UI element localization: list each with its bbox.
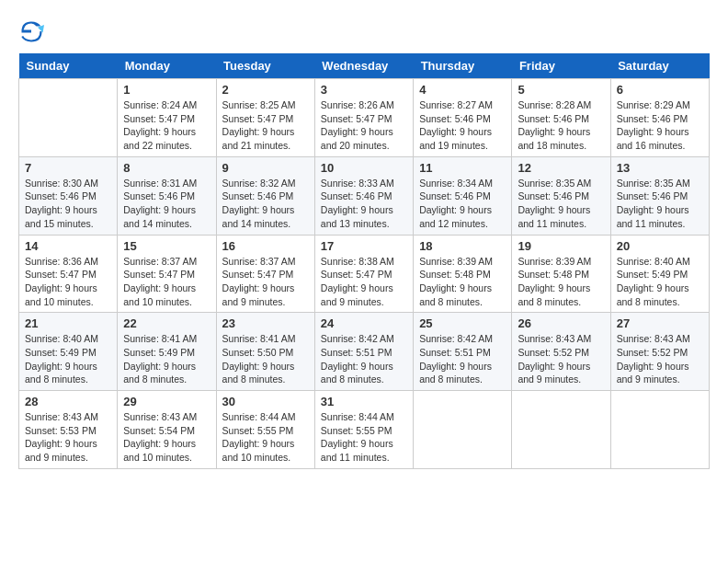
day-info: Sunrise: 8:36 AM Sunset: 5:47 PM Dayligh…	[25, 255, 111, 309]
day-number: 6	[617, 83, 703, 97]
day-number: 16	[222, 239, 309, 253]
day-info: Sunrise: 8:37 AM Sunset: 5:47 PM Dayligh…	[123, 255, 210, 309]
day-number: 12	[518, 161, 604, 175]
logo-icon	[18, 18, 44, 44]
calendar-week-row: 14Sunrise: 8:36 AM Sunset: 5:47 PM Dayli…	[19, 235, 710, 313]
day-number: 25	[419, 316, 506, 330]
calendar-day-header: Tuesday	[216, 53, 314, 79]
calendar-day-header: Sunday	[19, 53, 118, 79]
calendar-cell	[19, 79, 118, 157]
day-info: Sunrise: 8:25 AM Sunset: 5:47 PM Dayligh…	[222, 98, 309, 153]
day-number: 21	[25, 316, 111, 330]
day-number: 14	[25, 239, 111, 253]
day-info: Sunrise: 8:43 AM Sunset: 5:54 PM Dayligh…	[123, 410, 210, 465]
day-number: 7	[25, 161, 111, 175]
day-number: 28	[25, 395, 111, 408]
day-info: Sunrise: 8:35 AM Sunset: 5:46 PM Dayligh…	[518, 177, 604, 231]
day-info: Sunrise: 8:38 AM Sunset: 5:47 PM Dayligh…	[321, 255, 407, 309]
calendar-cell: 9Sunrise: 8:32 AM Sunset: 5:46 PM Daylig…	[216, 156, 314, 235]
calendar-cell: 6Sunrise: 8:29 AM Sunset: 5:46 PM Daylig…	[610, 79, 709, 157]
calendar-cell: 15Sunrise: 8:37 AM Sunset: 5:47 PM Dayli…	[118, 235, 216, 313]
day-number: 17	[321, 239, 407, 253]
calendar-cell: 20Sunrise: 8:40 AM Sunset: 5:49 PM Dayli…	[610, 235, 709, 313]
day-info: Sunrise: 8:43 AM Sunset: 5:52 PM Dayligh…	[518, 332, 604, 386]
calendar-week-row: 7Sunrise: 8:30 AM Sunset: 5:46 PM Daylig…	[19, 156, 710, 235]
day-number: 27	[617, 316, 703, 330]
calendar-day-header: Monday	[118, 53, 216, 79]
calendar-cell: 17Sunrise: 8:38 AM Sunset: 5:47 PM Dayli…	[314, 235, 413, 313]
day-info: Sunrise: 8:43 AM Sunset: 5:52 PM Dayligh…	[617, 332, 703, 386]
day-info: Sunrise: 8:35 AM Sunset: 5:46 PM Dayligh…	[617, 177, 703, 231]
calendar-cell: 19Sunrise: 8:39 AM Sunset: 5:48 PM Dayli…	[512, 235, 610, 313]
day-number: 15	[123, 239, 210, 253]
day-number: 9	[222, 161, 309, 175]
day-info: Sunrise: 8:39 AM Sunset: 5:48 PM Dayligh…	[518, 255, 604, 309]
calendar-cell: 3Sunrise: 8:26 AM Sunset: 5:47 PM Daylig…	[314, 79, 413, 157]
calendar-cell: 1Sunrise: 8:24 AM Sunset: 5:47 PM Daylig…	[118, 79, 216, 157]
day-info: Sunrise: 8:31 AM Sunset: 5:46 PM Dayligh…	[123, 177, 210, 231]
calendar-cell: 25Sunrise: 8:42 AM Sunset: 5:51 PM Dayli…	[414, 313, 512, 391]
page-header	[18, 18, 710, 44]
calendar-cell: 30Sunrise: 8:44 AM Sunset: 5:55 PM Dayli…	[216, 391, 314, 469]
day-info: Sunrise: 8:40 AM Sunset: 5:49 PM Dayligh…	[25, 332, 111, 386]
day-info: Sunrise: 8:33 AM Sunset: 5:46 PM Dayligh…	[321, 177, 407, 231]
day-info: Sunrise: 8:27 AM Sunset: 5:46 PM Dayligh…	[419, 98, 506, 153]
day-info: Sunrise: 8:44 AM Sunset: 5:55 PM Dayligh…	[222, 410, 309, 465]
calendar-day-header: Friday	[512, 53, 610, 79]
day-number: 26	[518, 316, 604, 330]
calendar-cell: 16Sunrise: 8:37 AM Sunset: 5:47 PM Dayli…	[216, 235, 314, 313]
day-number: 2	[222, 83, 309, 97]
calendar-cell: 13Sunrise: 8:35 AM Sunset: 5:46 PM Dayli…	[610, 156, 709, 235]
calendar-cell: 11Sunrise: 8:34 AM Sunset: 5:46 PM Dayli…	[414, 156, 512, 235]
day-number: 8	[123, 161, 210, 175]
calendar-table: SundayMondayTuesdayWednesdayThursdayFrid…	[18, 53, 710, 469]
calendar-cell: 4Sunrise: 8:27 AM Sunset: 5:46 PM Daylig…	[414, 79, 512, 157]
day-info: Sunrise: 8:44 AM Sunset: 5:55 PM Dayligh…	[321, 410, 407, 465]
calendar-cell: 31Sunrise: 8:44 AM Sunset: 5:55 PM Dayli…	[314, 391, 413, 469]
day-number: 10	[321, 161, 407, 175]
day-info: Sunrise: 8:39 AM Sunset: 5:48 PM Dayligh…	[419, 255, 506, 309]
day-info: Sunrise: 8:41 AM Sunset: 5:50 PM Dayligh…	[222, 332, 309, 386]
calendar-week-row: 1Sunrise: 8:24 AM Sunset: 5:47 PM Daylig…	[19, 79, 710, 157]
calendar-cell: 8Sunrise: 8:31 AM Sunset: 5:46 PM Daylig…	[118, 156, 216, 235]
day-info: Sunrise: 8:41 AM Sunset: 5:49 PM Dayligh…	[123, 332, 210, 386]
day-number: 31	[321, 395, 407, 408]
day-info: Sunrise: 8:34 AM Sunset: 5:46 PM Dayligh…	[419, 177, 506, 231]
calendar-cell	[512, 391, 610, 469]
day-number: 24	[321, 316, 407, 330]
day-info: Sunrise: 8:26 AM Sunset: 5:47 PM Dayligh…	[321, 98, 407, 153]
calendar-cell: 28Sunrise: 8:43 AM Sunset: 5:53 PM Dayli…	[19, 391, 118, 469]
calendar-week-row: 28Sunrise: 8:43 AM Sunset: 5:53 PM Dayli…	[19, 391, 710, 469]
calendar-cell: 10Sunrise: 8:33 AM Sunset: 5:46 PM Dayli…	[314, 156, 413, 235]
calendar-cell: 26Sunrise: 8:43 AM Sunset: 5:52 PM Dayli…	[512, 313, 610, 391]
calendar-cell: 7Sunrise: 8:30 AM Sunset: 5:46 PM Daylig…	[19, 156, 118, 235]
day-number: 30	[222, 395, 309, 408]
day-info: Sunrise: 8:32 AM Sunset: 5:46 PM Dayligh…	[222, 177, 309, 231]
calendar-cell: 27Sunrise: 8:43 AM Sunset: 5:52 PM Dayli…	[610, 313, 709, 391]
day-number: 18	[419, 239, 506, 253]
calendar-day-header: Saturday	[610, 53, 709, 79]
day-number: 13	[617, 161, 703, 175]
day-number: 29	[123, 395, 210, 408]
calendar-cell: 14Sunrise: 8:36 AM Sunset: 5:47 PM Dayli…	[19, 235, 118, 313]
calendar-cell: 18Sunrise: 8:39 AM Sunset: 5:48 PM Dayli…	[414, 235, 512, 313]
day-number: 3	[321, 83, 407, 97]
calendar-cell: 22Sunrise: 8:41 AM Sunset: 5:49 PM Dayli…	[118, 313, 216, 391]
day-info: Sunrise: 8:24 AM Sunset: 5:47 PM Dayligh…	[123, 98, 210, 153]
day-number: 4	[419, 83, 506, 97]
day-info: Sunrise: 8:29 AM Sunset: 5:46 PM Dayligh…	[617, 98, 703, 153]
day-number: 5	[518, 83, 604, 97]
day-info: Sunrise: 8:37 AM Sunset: 5:47 PM Dayligh…	[222, 255, 309, 309]
day-info: Sunrise: 8:28 AM Sunset: 5:46 PM Dayligh…	[518, 98, 604, 153]
calendar-cell: 12Sunrise: 8:35 AM Sunset: 5:46 PM Dayli…	[512, 156, 610, 235]
calendar-cell: 23Sunrise: 8:41 AM Sunset: 5:50 PM Dayli…	[216, 313, 314, 391]
day-number: 19	[518, 239, 604, 253]
calendar-cell: 2Sunrise: 8:25 AM Sunset: 5:47 PM Daylig…	[216, 79, 314, 157]
day-number: 1	[123, 83, 210, 97]
logo	[18, 18, 48, 44]
day-number: 23	[222, 316, 309, 330]
calendar-cell: 29Sunrise: 8:43 AM Sunset: 5:54 PM Dayli…	[118, 391, 216, 469]
day-info: Sunrise: 8:43 AM Sunset: 5:53 PM Dayligh…	[25, 410, 111, 465]
calendar-day-header: Wednesday	[314, 53, 413, 79]
day-number: 11	[419, 161, 506, 175]
